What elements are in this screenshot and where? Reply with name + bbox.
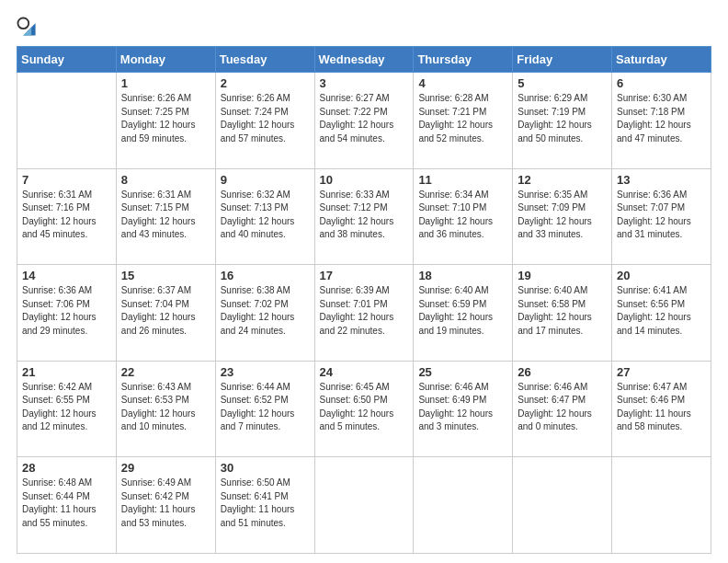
weekday-header-saturday: Saturday xyxy=(612,47,711,73)
calendar-cell xyxy=(414,457,513,554)
day-info: Sunrise: 6:45 AMSunset: 6:50 PMDaylight:… xyxy=(320,381,409,434)
calendar-cell: 25Sunrise: 6:46 AMSunset: 6:49 PMDayligh… xyxy=(414,361,513,457)
day-info: Sunrise: 6:44 AMSunset: 6:52 PMDaylight:… xyxy=(221,381,310,434)
day-info: Sunrise: 6:40 AMSunset: 6:58 PMDaylight:… xyxy=(518,284,607,338)
day-number: 18 xyxy=(418,269,507,282)
day-number: 15 xyxy=(121,269,210,282)
calendar-cell xyxy=(314,457,414,554)
calendar-cell: 30Sunrise: 6:50 AMSunset: 6:41 PMDayligh… xyxy=(215,457,314,554)
day-info: Sunrise: 6:46 AMSunset: 6:47 PMDaylight:… xyxy=(518,381,607,434)
calendar-cell: 6Sunrise: 6:30 AMSunset: 7:18 PMDaylight… xyxy=(612,73,711,169)
weekday-header-sunday: Sunday xyxy=(17,47,117,73)
week-row-1: 7Sunrise: 6:31 AMSunset: 7:16 PMDaylight… xyxy=(17,168,711,265)
day-info: Sunrise: 6:41 AMSunset: 6:56 PMDaylight:… xyxy=(617,284,706,338)
day-number: 21 xyxy=(22,365,111,379)
day-info: Sunrise: 6:28 AMSunset: 7:21 PMDaylight:… xyxy=(418,92,507,145)
calendar-cell: 12Sunrise: 6:35 AMSunset: 7:09 PMDayligh… xyxy=(513,168,612,265)
logo-icon xyxy=(17,17,37,37)
calendar-cell: 5Sunrise: 6:29 AMSunset: 7:19 PMDaylight… xyxy=(513,73,612,169)
day-info: Sunrise: 6:31 AMSunset: 7:15 PMDaylight:… xyxy=(121,189,210,242)
day-number: 23 xyxy=(221,365,310,379)
calendar-cell: 29Sunrise: 6:49 AMSunset: 6:42 PMDayligh… xyxy=(116,457,215,554)
calendar-cell: 26Sunrise: 6:46 AMSunset: 6:47 PMDayligh… xyxy=(513,361,612,457)
calendar-cell: 1Sunrise: 6:26 AMSunset: 7:25 PMDaylight… xyxy=(116,73,215,169)
calendar-table: SundayMondayTuesdayWednesdayThursdayFrid… xyxy=(17,46,711,554)
calendar-cell: 3Sunrise: 6:27 AMSunset: 7:22 PMDaylight… xyxy=(314,73,414,169)
day-info: Sunrise: 6:42 AMSunset: 6:55 PMDaylight:… xyxy=(22,381,111,434)
day-number: 24 xyxy=(320,365,409,379)
weekday-header-thursday: Thursday xyxy=(414,47,513,73)
day-number: 30 xyxy=(221,461,310,475)
calendar-cell: 24Sunrise: 6:45 AMSunset: 6:50 PMDayligh… xyxy=(314,361,414,457)
calendar-cell: 14Sunrise: 6:36 AMSunset: 7:06 PMDayligh… xyxy=(17,265,117,362)
day-number: 7 xyxy=(22,173,111,187)
weekday-header-tuesday: Tuesday xyxy=(215,47,314,73)
header xyxy=(17,17,711,37)
weekday-header-monday: Monday xyxy=(116,47,215,73)
day-info: Sunrise: 6:26 AMSunset: 7:24 PMDaylight:… xyxy=(221,92,310,145)
day-info: Sunrise: 6:50 AMSunset: 6:41 PMDaylight:… xyxy=(221,477,310,530)
calendar-cell: 9Sunrise: 6:32 AMSunset: 7:13 PMDaylight… xyxy=(215,168,314,265)
day-info: Sunrise: 6:37 AMSunset: 7:04 PMDaylight:… xyxy=(121,284,210,338)
calendar-cell: 15Sunrise: 6:37 AMSunset: 7:04 PMDayligh… xyxy=(116,265,215,362)
week-row-2: 14Sunrise: 6:36 AMSunset: 7:06 PMDayligh… xyxy=(17,265,711,362)
day-number: 14 xyxy=(22,269,111,282)
day-info: Sunrise: 6:26 AMSunset: 7:25 PMDaylight:… xyxy=(121,92,210,145)
calendar-cell: 17Sunrise: 6:39 AMSunset: 7:01 PMDayligh… xyxy=(314,265,414,362)
day-number: 12 xyxy=(518,173,607,187)
day-number: 19 xyxy=(518,269,607,282)
day-info: Sunrise: 6:49 AMSunset: 6:42 PMDaylight:… xyxy=(121,477,210,530)
day-info: Sunrise: 6:36 AMSunset: 7:07 PMDaylight:… xyxy=(617,189,706,242)
weekday-header-friday: Friday xyxy=(513,47,612,73)
calendar-cell xyxy=(17,73,117,169)
day-number: 4 xyxy=(418,76,507,90)
day-number: 17 xyxy=(320,269,409,282)
calendar-cell: 22Sunrise: 6:43 AMSunset: 6:53 PMDayligh… xyxy=(116,361,215,457)
svg-point-2 xyxy=(17,17,28,29)
calendar-cell: 10Sunrise: 6:33 AMSunset: 7:12 PMDayligh… xyxy=(314,168,414,265)
day-info: Sunrise: 6:32 AMSunset: 7:13 PMDaylight:… xyxy=(221,189,310,242)
calendar-cell: 7Sunrise: 6:31 AMSunset: 7:16 PMDaylight… xyxy=(17,168,117,265)
day-info: Sunrise: 6:31 AMSunset: 7:16 PMDaylight:… xyxy=(22,189,111,242)
day-info: Sunrise: 6:48 AMSunset: 6:44 PMDaylight:… xyxy=(22,477,111,530)
calendar-cell: 19Sunrise: 6:40 AMSunset: 6:58 PMDayligh… xyxy=(513,265,612,362)
day-number: 13 xyxy=(617,173,706,187)
logo xyxy=(17,17,39,37)
day-info: Sunrise: 6:33 AMSunset: 7:12 PMDaylight:… xyxy=(320,189,409,242)
week-row-0: 1Sunrise: 6:26 AMSunset: 7:25 PMDaylight… xyxy=(17,73,711,169)
day-number: 20 xyxy=(617,269,706,282)
day-number: 25 xyxy=(418,365,507,379)
calendar-cell: 4Sunrise: 6:28 AMSunset: 7:21 PMDaylight… xyxy=(414,73,513,169)
calendar-cell: 11Sunrise: 6:34 AMSunset: 7:10 PMDayligh… xyxy=(414,168,513,265)
day-number: 2 xyxy=(221,76,310,90)
day-info: Sunrise: 6:29 AMSunset: 7:19 PMDaylight:… xyxy=(518,92,607,145)
day-info: Sunrise: 6:34 AMSunset: 7:10 PMDaylight:… xyxy=(418,189,507,242)
day-info: Sunrise: 6:40 AMSunset: 6:59 PMDaylight:… xyxy=(418,284,507,338)
calendar-cell: 21Sunrise: 6:42 AMSunset: 6:55 PMDayligh… xyxy=(17,361,117,457)
day-info: Sunrise: 6:27 AMSunset: 7:22 PMDaylight:… xyxy=(320,92,409,145)
day-info: Sunrise: 6:30 AMSunset: 7:18 PMDaylight:… xyxy=(617,92,706,145)
day-number: 1 xyxy=(121,76,210,90)
day-number: 26 xyxy=(518,365,607,379)
calendar-cell: 13Sunrise: 6:36 AMSunset: 7:07 PMDayligh… xyxy=(612,168,711,265)
calendar-page: SundayMondayTuesdayWednesdayThursdayFrid… xyxy=(0,0,728,563)
day-info: Sunrise: 6:35 AMSunset: 7:09 PMDaylight:… xyxy=(518,189,607,242)
day-number: 10 xyxy=(320,173,409,187)
calendar-cell xyxy=(513,457,612,554)
weekday-header-wednesday: Wednesday xyxy=(314,47,414,73)
calendar-cell: 18Sunrise: 6:40 AMSunset: 6:59 PMDayligh… xyxy=(414,265,513,362)
day-number: 9 xyxy=(221,173,310,187)
calendar-cell: 20Sunrise: 6:41 AMSunset: 6:56 PMDayligh… xyxy=(612,265,711,362)
calendar-cell xyxy=(612,457,711,554)
day-info: Sunrise: 6:38 AMSunset: 7:02 PMDaylight:… xyxy=(221,284,310,338)
calendar-cell: 8Sunrise: 6:31 AMSunset: 7:15 PMDaylight… xyxy=(116,168,215,265)
day-number: 3 xyxy=(320,76,409,90)
week-row-4: 28Sunrise: 6:48 AMSunset: 6:44 PMDayligh… xyxy=(17,457,711,554)
calendar-cell: 27Sunrise: 6:47 AMSunset: 6:46 PMDayligh… xyxy=(612,361,711,457)
calendar-cell: 28Sunrise: 6:48 AMSunset: 6:44 PMDayligh… xyxy=(17,457,117,554)
weekday-header-row: SundayMondayTuesdayWednesdayThursdayFrid… xyxy=(17,47,711,73)
calendar-cell: 23Sunrise: 6:44 AMSunset: 6:52 PMDayligh… xyxy=(215,361,314,457)
calendar-cell: 2Sunrise: 6:26 AMSunset: 7:24 PMDaylight… xyxy=(215,73,314,169)
day-number: 8 xyxy=(121,173,210,187)
day-number: 5 xyxy=(518,76,607,90)
